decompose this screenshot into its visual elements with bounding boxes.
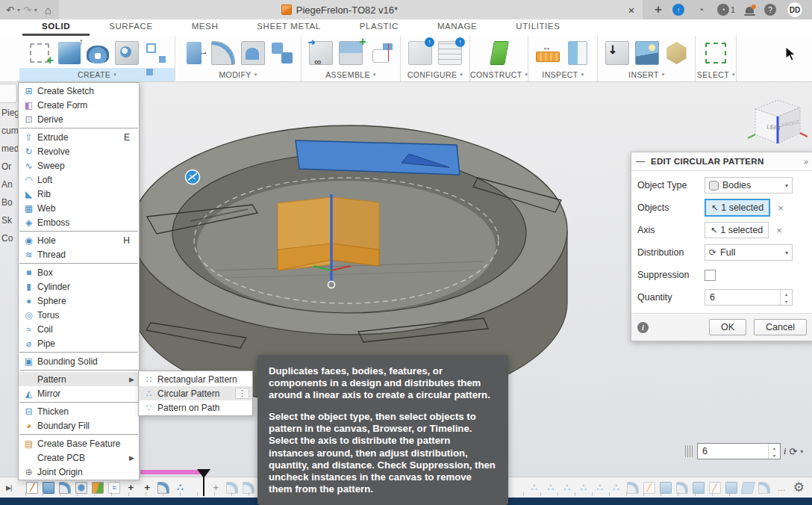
home-icon[interactable]: ⌂ <box>45 4 51 16</box>
quantity-spinner[interactable]: ▴ ▾ <box>768 444 780 459</box>
toolbar-group-label-configure[interactable]: CONFIGURE▾ <box>401 68 469 81</box>
menu-item-pattern-on-path[interactable]: ∵Pattern on Path <box>139 400 252 415</box>
hole-icon[interactable] <box>115 41 139 65</box>
menu-item-pipe[interactable]: ⌀Pipe <box>19 336 139 350</box>
viewcube[interactable]: LEFT FRONT <box>745 91 809 155</box>
menu-item-extrude[interactable]: ⇧ExtrudeE <box>19 130 139 144</box>
browser-item-sk[interactable]: Sk <box>0 215 18 233</box>
tab-mesh[interactable]: MESH <box>172 19 238 36</box>
measure-icon[interactable] <box>536 52 560 62</box>
sweep-feature-icon[interactable] <box>740 482 755 494</box>
menu-item-circular-pattern[interactable]: ∴Circular Pattern⋮ <box>139 386 252 400</box>
menu-item-revolve[interactable]: ↻Revolve <box>19 144 139 158</box>
toolbar-group-label-select[interactable]: SELECT▾ <box>696 68 736 81</box>
job-status-icon[interactable]: ◔ <box>695 4 707 16</box>
redo-dropdown-icon[interactable]: ▾ <box>34 7 37 13</box>
timeline-settings-gear-icon[interactable]: ⚙ <box>793 480 805 495</box>
task-status[interactable]: ◔ 1 <box>717 4 735 16</box>
menu-item-rectangular-pattern[interactable]: ∷Rectangular Pattern <box>139 372 252 386</box>
press-pull-icon[interactable] <box>187 42 202 64</box>
shell-icon[interactable] <box>241 41 265 65</box>
toolbar-group-label-modify[interactable]: MODIFY▾ <box>175 68 301 81</box>
menu-item-create-form[interactable]: ◧Create Form <box>19 98 139 112</box>
toolbar-group-label-assemble[interactable]: ASSEMBLE▾ <box>302 68 400 81</box>
menu-item-options-icon[interactable]: ⋮ <box>235 388 249 399</box>
menu-item-sphere[interactable]: ●Sphere <box>19 294 139 308</box>
tab-utilities[interactable]: UTILITIES <box>496 19 579 36</box>
toolbar-group-label-construct[interactable]: CONSTRUCT▾ <box>470 68 528 81</box>
timeline-playhead[interactable] <box>197 469 210 497</box>
tab-solid[interactable]: SOLID <box>22 19 90 36</box>
spinner-up-icon[interactable]: ▴ <box>781 290 792 297</box>
notifications-bell-icon[interactable] <box>746 7 754 13</box>
help-icon[interactable]: ? <box>764 4 776 16</box>
menu-item-pattern[interactable]: Pattern▶ <box>19 372 139 386</box>
menu-item-bounding-solid[interactable]: ▣Bounding Solid <box>19 354 139 368</box>
menu-item-box[interactable]: ■Box <box>19 265 139 279</box>
menu-item-coil[interactable]: ≈Coil <box>19 322 139 336</box>
menu-item-emboss[interactable]: ◈Emboss <box>19 215 139 229</box>
browser-item-an[interactable]: An <box>0 179 18 197</box>
configuration-icon[interactable] <box>408 41 432 65</box>
objects-clear-icon[interactable]: × <box>778 202 784 214</box>
canvas-image-icon[interactable] <box>635 41 659 65</box>
document-close-icon[interactable]: × <box>620 4 643 16</box>
menu-item-create-pcb[interactable]: Create PCB▶ <box>19 450 139 465</box>
joint-icon[interactable] <box>339 41 363 65</box>
extensions-icon[interactable]: ↑ <box>672 4 684 16</box>
menu-item-loft[interactable]: ◠Loft <box>19 173 139 187</box>
dialog-header[interactable]: — EDIT CIRCULAR PATTERN » <box>631 152 812 171</box>
section-analysis-icon[interactable] <box>568 41 587 65</box>
quantity-value[interactable]: 6 <box>698 444 768 459</box>
object-type-dropdown[interactable]: Bodies ▾ <box>705 177 793 193</box>
browser-item-co[interactable]: Co <box>0 233 18 251</box>
distribution-dropdown-icon[interactable]: ▾ <box>800 448 803 455</box>
insert-mesh-icon[interactable] <box>665 42 687 64</box>
menu-item-rib[interactable]: ◣Rib <box>19 187 139 201</box>
menu-item-thread[interactable]: ≋Thread <box>19 247 139 261</box>
objects-selection-button[interactable]: ↖ 1 selected <box>705 199 770 217</box>
quantity-field[interactable]: 6 ▴ ▾ <box>705 289 793 306</box>
tab-plastic[interactable]: PLASTIC <box>340 19 418 36</box>
menu-item-sweep[interactable]: ∿Sweep <box>19 158 139 173</box>
cancel-button[interactable]: Cancel <box>754 319 807 335</box>
menu-item-boundary-fill[interactable]: ◕Boundary Fill <box>19 418 139 433</box>
create-sketch-icon[interactable] <box>30 43 49 63</box>
menu-item-hole[interactable]: ◉HoleH <box>19 233 139 247</box>
quantity-input[interactable]: 6 ▴ ▾ <box>697 443 781 459</box>
new-component-icon[interactable] <box>309 41 333 65</box>
undo-dropdown-icon[interactable]: ▾ <box>17 7 20 13</box>
browser-item-cum[interactable]: cum <box>0 126 18 143</box>
spinner-up-icon[interactable]: ▴ <box>769 444 780 451</box>
menu-item-cylinder[interactable]: ▮Cylinder <box>19 279 139 294</box>
distribution-dropdown[interactable]: ⟳ Full ▾ <box>705 244 793 261</box>
suppression-checkbox[interactable] <box>705 270 716 281</box>
menu-item-mirror[interactable]: ◭Mirror <box>19 386 139 400</box>
toolbar-group-label-inspect[interactable]: INSPECT▾ <box>528 68 597 81</box>
insert-derive-icon[interactable] <box>605 41 629 65</box>
full-distribution-icon[interactable]: ⟳ <box>789 446 797 457</box>
collapse-icon[interactable]: — <box>636 156 645 167</box>
axis-selection-button[interactable]: ↖ 1 selected <box>705 222 769 238</box>
construction-plane-icon[interactable] <box>490 41 509 65</box>
browser-item-bo[interactable]: Bo <box>0 197 18 215</box>
pattern-icon[interactable] <box>145 42 167 64</box>
rigid-group-icon[interactable] <box>372 49 389 63</box>
skip-to-end-icon[interactable]: ▶| <box>6 484 11 492</box>
fillet-icon[interactable] <box>211 41 235 65</box>
browser-item-med[interactable]: med <box>0 143 18 161</box>
quantity-field-spinner[interactable]: ▴ ▾ <box>780 290 792 305</box>
menu-item-derive[interactable]: ⊡Derive <box>19 112 139 126</box>
menu-item-thicken[interactable]: ⊟Thicken <box>19 404 139 418</box>
spinner-down-icon[interactable]: ▾ <box>769 451 780 459</box>
combine-icon[interactable] <box>271 42 293 64</box>
tab-surface[interactable]: SURFACE <box>90 19 172 36</box>
axis-clear-icon[interactable]: × <box>776 225 782 236</box>
new-document-icon[interactable]: + <box>655 2 662 17</box>
menu-item-joint-origin[interactable]: ⊕Joint Origin <box>19 465 139 479</box>
tab-manage[interactable]: MANAGE <box>418 19 496 36</box>
menu-item-create-base-feature[interactable]: ▤Create Base Feature <box>19 436 139 450</box>
ok-button[interactable]: OK <box>709 319 746 335</box>
quantity-field-value[interactable]: 6 <box>705 292 780 303</box>
extrude-icon[interactable] <box>58 42 81 64</box>
